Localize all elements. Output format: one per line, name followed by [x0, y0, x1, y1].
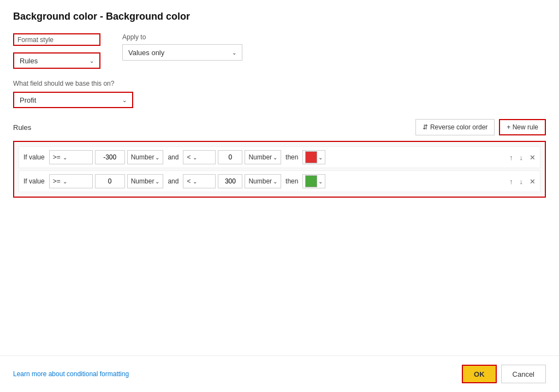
operator2-chevron-2: ⌄	[193, 179, 197, 185]
format-style-select[interactable]: Rules ⌄	[13, 52, 100, 69]
apply-to-value: Values only	[128, 49, 164, 57]
type1-value-1: Number	[131, 153, 154, 161]
rule-row: If value >= ⌄ Number ⌄ and < ⌄ Number ⌄ …	[19, 146, 540, 168]
operator1-value-1: >=	[53, 153, 61, 161]
dialog-buttons: OK Cancel	[462, 365, 546, 383]
type2-value-2: Number	[248, 177, 272, 185]
operator1-value-2: >=	[53, 177, 61, 185]
dialog-title: Background color - Background color	[13, 11, 546, 22]
rule-down-button-1[interactable]: ↓	[518, 152, 526, 163]
apply-to-group: Apply to Values only ⌄	[122, 33, 242, 61]
rule-row: If value >= ⌄ Number ⌄ and < ⌄ Number ⌄ …	[19, 170, 540, 192]
if-value-label-2: If value	[21, 177, 47, 185]
format-style-label: Format style	[17, 36, 53, 44]
rules-container: If value >= ⌄ Number ⌄ and < ⌄ Number ⌄ …	[13, 141, 546, 198]
format-style-value: Rules	[20, 57, 38, 65]
apply-to-chevron-icon: ⌄	[232, 50, 236, 56]
then-label-2: then	[283, 177, 300, 185]
field-question: What field should we base this on?	[13, 80, 546, 87]
format-style-section: Format style Rules ⌄ Apply to Values onl…	[13, 33, 546, 69]
operator1-chevron-2: ⌄	[63, 179, 67, 185]
field-select-chevron-icon: ⌄	[122, 97, 127, 103]
type1-value-2: Number	[131, 177, 154, 185]
color-swatch-2	[305, 175, 317, 187]
type1-select-1[interactable]: Number ⌄	[127, 150, 164, 164]
rule-actions-2: ↑ ↓ ✕	[503, 176, 538, 187]
type1-chevron-2: ⌄	[155, 179, 159, 185]
format-style-label-outlined: Format style	[13, 33, 100, 46]
footer: Learn more about conditional formatting …	[0, 355, 559, 392]
rule-up-button-2[interactable]: ↑	[507, 176, 515, 187]
color-picker-2[interactable]: ⌄	[302, 174, 325, 188]
rule-actions-1: ↑ ↓ ✕	[503, 152, 538, 163]
type2-chevron-1: ⌄	[273, 155, 277, 161]
if-value-label-1: If value	[21, 153, 47, 161]
field-select-value: Profit	[20, 96, 36, 104]
rule-down-button-2[interactable]: ↓	[518, 176, 526, 187]
rule-delete-button-1[interactable]: ✕	[527, 152, 538, 163]
operator1-chevron-1: ⌄	[63, 155, 67, 161]
apply-to-select[interactable]: Values only ⌄	[122, 44, 242, 61]
and-label-2: and	[165, 177, 181, 185]
rules-buttons: ⇵ Reverse color order + New rule	[415, 119, 546, 135]
operator2-select-2[interactable]: < ⌄	[183, 174, 216, 188]
operator2-select-1[interactable]: < ⌄	[183, 150, 216, 164]
color-picker-1[interactable]: ⌄	[302, 150, 325, 164]
rule-up-button-1[interactable]: ↑	[507, 152, 515, 163]
field-select[interactable]: Profit ⌄	[13, 92, 133, 108]
format-style-chevron-icon: ⌄	[90, 58, 94, 64]
type1-select-2[interactable]: Number ⌄	[127, 174, 164, 188]
type2-chevron-2: ⌄	[273, 179, 277, 185]
ok-button[interactable]: OK	[462, 365, 497, 383]
value2-input-1[interactable]	[218, 150, 242, 164]
color-chevron-2: ⌄	[318, 179, 323, 185]
cancel-button[interactable]: Cancel	[501, 365, 546, 383]
format-style-group: Format style Rules ⌄	[13, 33, 100, 69]
and-label-1: and	[165, 153, 181, 161]
operator1-select-1[interactable]: >= ⌄	[49, 150, 93, 164]
learn-more-link[interactable]: Learn more about conditional formatting	[13, 370, 129, 378]
then-label-1: then	[283, 153, 300, 161]
operator2-value-2: <	[187, 177, 191, 185]
apply-to-label: Apply to	[122, 33, 242, 41]
rule-delete-button-2[interactable]: ✕	[527, 176, 538, 187]
value1-input-1[interactable]	[95, 150, 125, 164]
operator2-value-1: <	[187, 153, 191, 161]
type1-chevron-1: ⌄	[155, 155, 159, 161]
reverse-color-label: Reverse color order	[430, 123, 487, 131]
dialog: Background color - Background color Form…	[0, 0, 559, 392]
rules-header: Rules ⇵ Reverse color order + New rule	[13, 119, 546, 135]
reverse-color-button[interactable]: ⇵ Reverse color order	[415, 119, 495, 135]
rules-label: Rules	[13, 123, 31, 132]
type2-select-2[interactable]: Number ⌄	[245, 174, 281, 188]
new-rule-button[interactable]: + New rule	[499, 119, 546, 135]
type2-select-1[interactable]: Number ⌄	[245, 150, 281, 164]
new-rule-label: + New rule	[507, 123, 538, 131]
sort-icon: ⇵	[423, 123, 428, 131]
value2-input-2[interactable]	[218, 174, 242, 188]
color-chevron-1: ⌄	[318, 155, 323, 161]
value1-input-2[interactable]	[95, 174, 125, 188]
type2-value-1: Number	[248, 153, 272, 161]
operator1-select-2[interactable]: >= ⌄	[49, 174, 93, 188]
color-swatch-1	[305, 151, 317, 163]
operator2-chevron-1: ⌄	[193, 155, 197, 161]
